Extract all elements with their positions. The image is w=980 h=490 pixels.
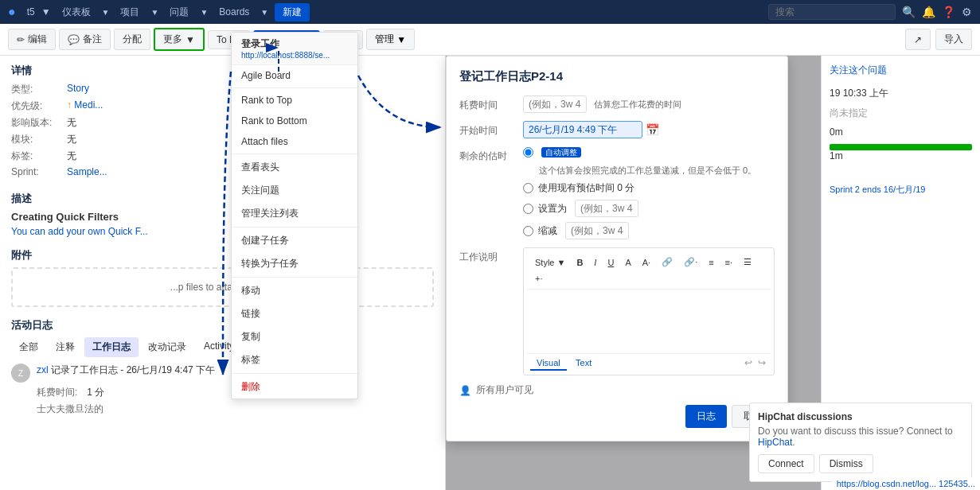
time-input[interactable] xyxy=(523,95,587,113)
dropdown-item-copy[interactable]: 复制 xyxy=(232,325,357,348)
edit-icon: ✏ xyxy=(17,34,25,45)
nav-right: 🔍 🔔 ❓ ⚙ xyxy=(768,4,972,20)
list2-btn[interactable]: ≡· xyxy=(720,255,737,270)
progress-fill xyxy=(830,144,972,150)
dropdown-item-move[interactable]: 移动 xyxy=(232,279,357,302)
save-worklog-button[interactable]: 日志 xyxy=(685,405,727,428)
assign-button[interactable]: 分配 xyxy=(114,29,150,50)
dropdown-item-follow[interactable]: 关注问题 xyxy=(232,179,357,202)
editor-tab-group: Visual Text xyxy=(530,357,598,368)
setto-input[interactable] xyxy=(575,200,638,217)
start-date-input[interactable] xyxy=(523,121,642,138)
comment-button[interactable]: 💬 备注 xyxy=(59,29,111,50)
dropdown-item-rank-bottom[interactable]: Rank to Bottom xyxy=(232,111,357,131)
gear-icon[interactable]: ⚙ xyxy=(962,6,972,18)
modal-footer: 日志 取消 xyxy=(459,405,775,428)
sprint-link[interactable]: Sprint 2 ends 16/七月/19 xyxy=(830,184,972,196)
dropdown-item-create-sub[interactable]: 创建子任务 xyxy=(232,229,357,252)
hipchat-link[interactable]: HipChat xyxy=(758,437,792,448)
auto-badge: 自动调整 xyxy=(541,147,581,158)
start-field-group: 📅 xyxy=(523,121,775,138)
nav-item-5[interactable]: t5 xyxy=(27,6,35,18)
tab-history[interactable]: 改动记录 xyxy=(140,337,194,357)
text-tab[interactable]: Text xyxy=(569,356,598,369)
more-button[interactable]: 更多 ▼ xyxy=(154,28,205,51)
dropdown-item-table[interactable]: 查看表头 xyxy=(232,156,357,179)
link2-btn[interactable]: 🔗· xyxy=(679,255,702,270)
edit-button[interactable]: ✏ 编辑 xyxy=(8,29,56,50)
radio-auto-input[interactable] xyxy=(523,147,533,158)
activity-title: 活动日志 xyxy=(11,318,434,332)
style-btn[interactable]: Style ▼ xyxy=(530,255,570,270)
dismiss-button[interactable]: Dismiss xyxy=(819,454,873,473)
list-btn[interactable]: ≡ xyxy=(704,255,718,270)
reduce-input[interactable] xyxy=(565,222,629,239)
time-label: 耗费时间 xyxy=(459,95,523,112)
manage-button[interactable]: 管理 ▼ xyxy=(366,29,415,50)
dropdown-item-manage-follow[interactable]: 管理关注列表 xyxy=(232,202,357,225)
dropdown-item-rank-top[interactable]: Rank to Top xyxy=(232,90,357,111)
activity-tabs: 全部 注释 工作日志 改动记录 Activity xyxy=(11,337,434,357)
add-btn[interactable]: +· xyxy=(530,271,547,286)
more-format-btn[interactable]: ☰ xyxy=(739,255,756,270)
type-value[interactable]: Story xyxy=(67,83,89,96)
export-button[interactable]: ↗ xyxy=(905,29,931,50)
form-row-remain: 剩余的估时 自动调整 这个估算会按照完成的工作总量递减，但是不会低于 0。 使用… xyxy=(459,146,775,239)
bold-btn[interactable]: B xyxy=(572,255,588,270)
description-section: 描述 Creating Quick Filters You can add yo… xyxy=(11,192,434,237)
italic-btn[interactable]: I xyxy=(589,255,601,270)
underline-btn[interactable]: U xyxy=(603,255,619,270)
dropdown-item-convert-sub[interactable]: 转换为子任务 xyxy=(232,252,357,275)
tab-all[interactable]: 全部 xyxy=(11,337,46,357)
follow-link[interactable]: 关注这个问题 xyxy=(830,64,972,77)
nav-item-project[interactable]: 项目 xyxy=(115,4,144,21)
sprint-value[interactable]: Sample... xyxy=(67,166,107,177)
auto-label: 自动调整 xyxy=(538,146,581,158)
radio-existing-input[interactable] xyxy=(523,183,533,193)
tab-comment[interactable]: 注释 xyxy=(48,337,83,357)
description-text[interactable]: You can add your own Quick F... xyxy=(11,226,434,237)
worklog-action: 记录了工作日志 - 26/七月/19 4:47 下午 xyxy=(51,364,215,375)
bell-icon[interactable]: 🔔 xyxy=(922,6,935,18)
editor-content[interactable] xyxy=(527,290,771,353)
attachment-dropzone[interactable]: ...p files to attach, or br... xyxy=(11,267,434,307)
dropdown-divider-1 xyxy=(232,88,357,88)
search-icon[interactable]: 🔍 xyxy=(902,6,916,18)
font-bg-btn[interactable]: A· xyxy=(638,255,655,270)
font-color-btn[interactable]: A xyxy=(620,255,635,270)
visual-tab[interactable]: Visual xyxy=(530,356,567,371)
search-input[interactable] xyxy=(768,4,896,20)
link-btn[interactable]: 🔗 xyxy=(657,255,677,270)
dropdown-item-delete[interactable]: 删除 xyxy=(232,375,357,399)
description-title: 描述 xyxy=(11,192,434,206)
bottom-link[interactable]: https://blog.csdn.net/log... 125435... xyxy=(832,477,980,490)
person-icon: 👤 xyxy=(459,385,471,396)
left-panel: 详情 类型: Story 优先级: ↑ Medi... xyxy=(0,56,446,490)
radio-use-existing: 使用现有预估时间 0 分 xyxy=(523,181,775,195)
redo-btn[interactable]: ↪ xyxy=(758,357,766,368)
hipchat-title: HipChat discussions xyxy=(758,411,963,422)
tag-value: 无 xyxy=(67,150,76,163)
worklog-user[interactable]: zxl xyxy=(37,364,49,375)
radio-reduce-input[interactable] xyxy=(523,226,533,236)
priority-value[interactable]: ↑ Medi... xyxy=(67,99,103,113)
radio-setto-input[interactable] xyxy=(523,204,533,214)
nav-item-issues[interactable]: 问题 xyxy=(165,4,193,21)
nav-item-dashboard[interactable]: 仪表板 xyxy=(57,4,96,21)
dropdown-item-link[interactable]: 链接 xyxy=(232,302,357,325)
dropdown-item-label[interactable]: 标签 xyxy=(232,348,357,371)
tab-worklog[interactable]: 工作日志 xyxy=(84,337,139,357)
undo-btn[interactable]: ↩ xyxy=(744,357,752,368)
dropdown-item-attach[interactable]: Attach files xyxy=(232,131,357,152)
dropdown-item-agile[interactable]: Agile Board xyxy=(232,65,357,86)
question-icon[interactable]: ❓ xyxy=(942,6,955,18)
nav-item-sub[interactable]: ▼ xyxy=(41,6,51,18)
date-info: 19 10:33 上午 xyxy=(830,87,972,100)
nav-item-boards[interactable]: Boards xyxy=(214,5,254,19)
import-button[interactable]: 导入 xyxy=(935,29,972,50)
nav-arrow-4: ▼ xyxy=(260,8,268,17)
new-button[interactable]: 新建 xyxy=(275,3,310,21)
connect-button[interactable]: Connect xyxy=(758,454,814,473)
calendar-icon[interactable]: 📅 xyxy=(646,123,659,136)
form-row-time: 耗费时间 估算您工作花费的时间 xyxy=(459,95,775,113)
